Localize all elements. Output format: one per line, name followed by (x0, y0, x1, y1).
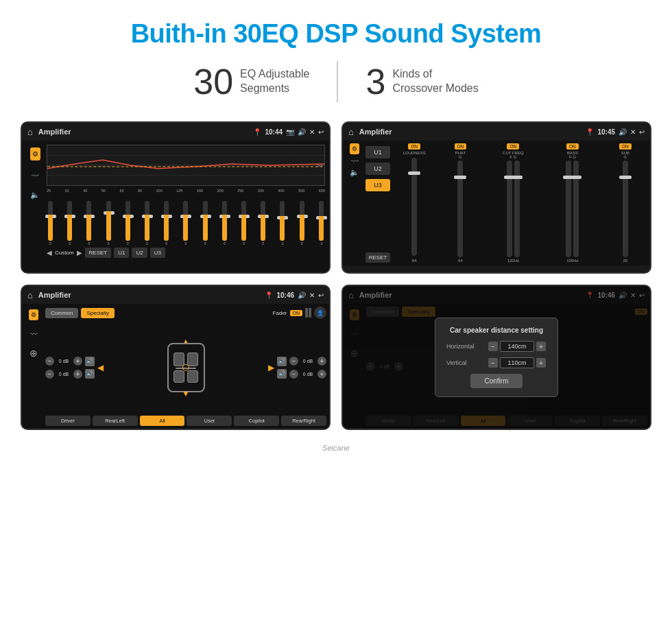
stat-crossover-label: Kinds ofCrossover Modes (392, 67, 478, 96)
eq-slider-13[interactable]: -1 (280, 201, 285, 246)
screen-dialog: ⌂ Amplifier 📍 10:46 🔊 ✕ ↩ ⚙ 〰 ⊕ Common S… (341, 285, 651, 430)
back-icon-2[interactable]: ↩ (639, 128, 645, 136)
user-btn[interactable]: User (187, 416, 232, 426)
speaker-settings-icon[interactable]: ⚙ (29, 309, 38, 320)
rr-db-value: 0 dB (300, 372, 316, 377)
all-btn[interactable]: All (140, 416, 185, 426)
cutfreq-on-btn[interactable]: ON (507, 143, 519, 150)
vertical-plus-btn[interactable]: + (536, 358, 546, 368)
eq-slider-8[interactable]: 0 (183, 201, 188, 246)
freq-63: 63 (119, 189, 123, 193)
freq-250: 250 (237, 189, 243, 193)
driver-btn[interactable]: Driver (45, 416, 91, 426)
distance-dialog: Car speaker distance setting Horizontal … (435, 318, 558, 397)
confirm-button[interactable]: Confirm (470, 374, 522, 388)
topbar-title-eq: Amplifier (38, 128, 248, 136)
screen-eq-topbar: ⌂ Amplifier 📍 10:44 📷 🔊 ✕ ↩ (22, 123, 329, 141)
eq-slider-12[interactable]: 0 (261, 201, 265, 246)
crossover-settings-icon[interactable]: ⚙ (350, 143, 359, 154)
fl-plus-btn[interactable]: + (73, 357, 82, 366)
home-icon-3[interactable]: ⌂ (27, 290, 33, 300)
home-icon[interactable]: ⌂ (27, 127, 33, 137)
arrow-down-btn[interactable]: ▼ (182, 389, 190, 398)
speaker-wave-icon: 〰 (30, 330, 38, 338)
arrow-left-btn[interactable]: ◀ (97, 363, 104, 372)
eq-slider-7[interactable]: 0 (164, 201, 169, 246)
stat-eq-label: EQ AdjustableSegments (240, 67, 309, 96)
vertical-value: 110cm (500, 357, 534, 368)
x-icon-2: ✕ (630, 128, 636, 136)
freq-125: 125 (176, 189, 182, 193)
bass-val: 100Hz (566, 259, 578, 263)
rr-minus-btn[interactable]: − (289, 370, 298, 379)
back-icon-3[interactable]: ↩ (318, 291, 324, 299)
common-tab[interactable]: Common (45, 308, 78, 318)
phat-on-btn[interactable]: ON (455, 143, 467, 150)
copilot-btn[interactable]: Copilot (234, 416, 279, 426)
eq-slider-4[interactable]: 5 (106, 201, 111, 246)
pin-icon-3: 📍 (265, 291, 273, 299)
rearright-btn[interactable]: RearRight (281, 416, 326, 426)
freq-160: 160 (197, 189, 203, 193)
eq-slider-14[interactable]: 0 (300, 201, 304, 246)
u2-btn[interactable]: U2 (132, 248, 147, 258)
play-prev-icon[interactable]: ◀ (47, 249, 52, 257)
rr-plus-btn[interactable]: + (317, 370, 326, 379)
topbar-icons-eq: 📍 10:44 📷 🔊 ✕ ↩ (253, 128, 324, 136)
stat-crossover: 3 Kinds ofCrossover Modes (338, 61, 505, 102)
freq-40: 40 (83, 189, 87, 193)
fr-minus-btn[interactable]: − (289, 357, 298, 366)
fader-on-badge[interactable]: ON (290, 310, 303, 316)
bass-on-btn[interactable]: ON (566, 143, 579, 150)
sub-val: 20 (623, 259, 628, 263)
play-next-icon[interactable]: ▶ (77, 249, 82, 257)
u1-preset[interactable]: U1 (365, 146, 390, 158)
speaker-bt-icon: ⊕ (29, 348, 38, 359)
fl-minus-btn[interactable]: − (45, 357, 54, 366)
rl-minus-btn[interactable]: − (45, 370, 54, 379)
screen-crossover-topbar: ⌂ Amplifier 📍 10:45 🔊 ✕ ↩ (343, 123, 650, 141)
eq-slider-5[interactable]: 0 (125, 201, 130, 246)
u1-btn[interactable]: U1 (114, 248, 129, 258)
eq-slider-6[interactable]: 0 (145, 201, 149, 246)
sub-on-btn[interactable]: ON (619, 143, 632, 150)
freq-320: 320 (258, 189, 264, 193)
topbar-icons-speaker: 📍 10:46 🔊 ✕ ↩ (265, 291, 324, 299)
reset-btn[interactable]: RESET (85, 248, 112, 258)
stat-eq: 30 EQ AdjustableSegments (166, 61, 337, 102)
horizontal-minus-btn[interactable]: − (488, 342, 498, 351)
reset-crossover-btn[interactable]: RESET (365, 252, 390, 263)
screen-crossover: ⌂ Amplifier 📍 10:45 🔊 ✕ ↩ ⚙ 〰 🔈 U1 U2 U3 (341, 121, 651, 274)
u3-btn[interactable]: U3 (150, 248, 165, 258)
specialty-tab[interactable]: Specialty (81, 308, 114, 318)
loudness-on-btn[interactable]: ON (408, 143, 420, 150)
fader-label: Fader (273, 310, 287, 316)
rearleft-btn[interactable]: RearLeft (93, 416, 138, 426)
sub-g-label: G (624, 155, 627, 159)
horizontal-plus-btn[interactable]: + (536, 342, 546, 351)
arrow-right-btn[interactable]: ▶ (268, 363, 274, 372)
eq-slider-11[interactable]: 0 (241, 201, 246, 246)
eq-slider-9[interactable]: 0 (203, 201, 208, 246)
vertical-minus-btn[interactable]: − (488, 358, 498, 368)
eq-slider-2[interactable]: 0 (67, 201, 72, 246)
phat-val: 64 (458, 259, 463, 263)
eq-slider-15[interactable]: -1 (319, 201, 324, 246)
u2-preset[interactable]: U2 (365, 163, 390, 175)
volume-icon: 🔊 (298, 128, 306, 136)
eq-graph: >> (47, 145, 325, 186)
eq-slider-3[interactable]: 0 (86, 201, 91, 246)
eq-settings-icon[interactable]: ⚙ (30, 147, 40, 160)
rl-plus-btn[interactable]: + (73, 370, 82, 379)
topbar-time-speaker: 10:46 (276, 291, 294, 299)
home-icon-2[interactable]: ⌂ (348, 127, 354, 137)
eq-slider-10[interactable]: 0 (222, 201, 227, 246)
back-icon[interactable]: ↩ (318, 128, 324, 136)
eq-expand-icon[interactable]: >> (317, 163, 323, 169)
u3-preset[interactable]: U3 (365, 179, 390, 191)
volume-icon-3: 🔊 (298, 291, 306, 299)
horizontal-label: Horizontal (446, 343, 484, 350)
fr-plus-btn[interactable]: + (317, 357, 326, 366)
freq-100: 100 (156, 189, 163, 193)
eq-slider-1[interactable]: 0 (48, 201, 53, 246)
